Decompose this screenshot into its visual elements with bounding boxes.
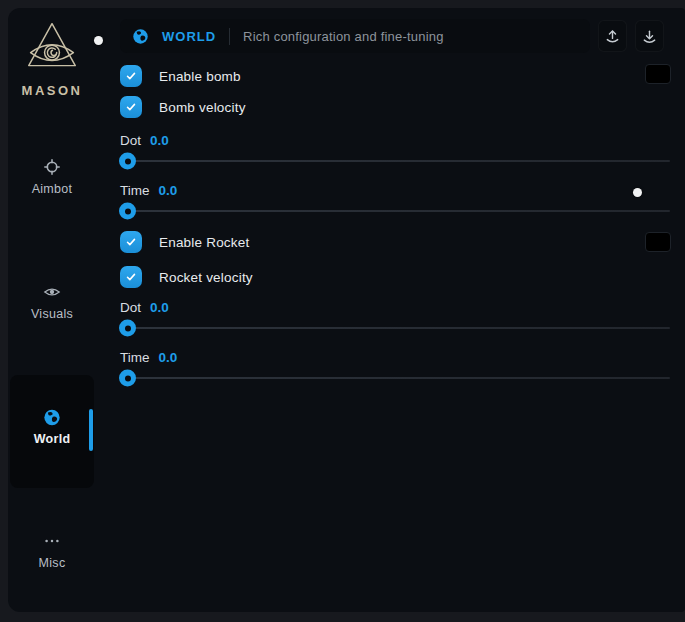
slider-rocket-time: Time 0.0	[120, 349, 670, 379]
rocket-color-swatch[interactable]	[645, 232, 671, 252]
sidebar: MASON Aimbot Visuals	[8, 8, 104, 612]
checkbox-row-enable-bomb: Enable bomb	[120, 65, 241, 87]
slider-thumb[interactable]	[119, 203, 136, 220]
slider-track[interactable]	[120, 377, 670, 379]
slider-value: 0.0	[150, 133, 169, 148]
ellipsis-icon	[43, 532, 61, 550]
sidebar-item-world[interactable]: World	[8, 408, 96, 446]
checkbox-row-rocket-velocity: Rocket velocity	[120, 266, 253, 288]
slider-thumb[interactable]	[119, 320, 136, 337]
sidebar-item-visuals[interactable]: Visuals	[8, 283, 96, 321]
slider-label: Dot	[120, 133, 141, 148]
checkbox-label: Enable Rocket	[159, 235, 249, 250]
eye-icon	[43, 283, 61, 301]
checkbox-label: Enable bomb	[159, 69, 241, 84]
upload-icon	[604, 28, 621, 45]
cursor-dot	[633, 188, 642, 197]
checkbox-row-enable-rocket: Enable Rocket	[120, 231, 249, 253]
slider-label: Time	[120, 183, 150, 198]
sidebar-item-label: Aimbot	[32, 182, 73, 196]
active-tab-title: WORLD	[162, 29, 216, 44]
checkbox-label: Bomb velocity	[159, 100, 246, 115]
eye-in-triangle-icon	[23, 20, 81, 78]
bomb-velocity-checkbox[interactable]	[120, 96, 142, 118]
mason-window: MASON Aimbot Visuals	[8, 8, 685, 612]
enable-bomb-checkbox[interactable]	[120, 65, 142, 87]
slider-value: 0.0	[150, 300, 169, 315]
slider-track[interactable]	[120, 327, 670, 329]
page-subtitle: Rich configuration and fine-tuning	[243, 29, 443, 44]
download-config-button[interactable]	[635, 20, 664, 52]
download-icon	[641, 28, 658, 45]
sidebar-item-misc[interactable]: Misc	[8, 532, 96, 570]
page-header: WORLD Rich configuration and fine-tuning	[120, 19, 590, 53]
slider-bomb-time: Time 0.0	[120, 182, 670, 212]
bomb-color-swatch[interactable]	[645, 64, 671, 84]
upload-config-button[interactable]	[598, 20, 627, 52]
sidebar-item-label: World	[34, 432, 71, 446]
sidebar-item-label: Misc	[39, 556, 66, 570]
slider-track[interactable]	[120, 160, 670, 162]
brand-logo: MASON	[8, 20, 96, 98]
checkbox-row-bomb-velocity: Bomb velocity	[120, 96, 246, 118]
sidebar-item-aimbot[interactable]: Aimbot	[8, 158, 96, 196]
slider-label: Dot	[120, 300, 141, 315]
cursor-dot	[94, 36, 103, 45]
brand-name: MASON	[22, 83, 83, 98]
slider-thumb[interactable]	[119, 370, 136, 387]
target-icon	[43, 158, 61, 176]
header-divider	[229, 28, 230, 45]
slider-thumb[interactable]	[119, 153, 136, 170]
slider-value: 0.0	[159, 350, 178, 365]
globe-icon	[43, 408, 61, 426]
slider-track[interactable]	[120, 210, 670, 212]
slider-label: Time	[120, 350, 150, 365]
rocket-velocity-checkbox[interactable]	[120, 266, 142, 288]
enable-rocket-checkbox[interactable]	[120, 231, 142, 253]
slider-rocket-dot: Dot 0.0	[120, 299, 670, 329]
sidebar-item-label: Visuals	[31, 307, 73, 321]
slider-bomb-dot: Dot 0.0	[120, 132, 670, 162]
checkbox-label: Rocket velocity	[159, 270, 253, 285]
slider-value: 0.0	[159, 183, 178, 198]
globe-icon	[132, 28, 149, 45]
